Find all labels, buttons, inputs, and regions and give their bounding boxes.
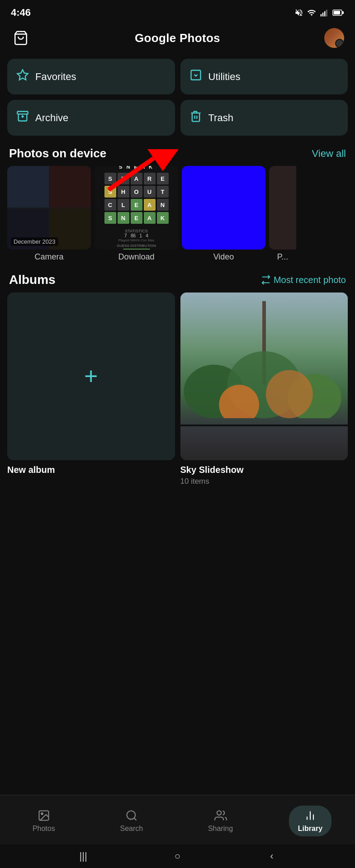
sharing-nav-icon [214,809,227,822]
status-bar: 4:46 [0,0,355,24]
photos-on-device-header: Photos on device View all [0,143,355,166]
view-all-button[interactable]: View all [312,148,346,160]
new-album-thumb: + [7,292,175,460]
svg-rect-9 [191,71,200,80]
camera-date: December 2023 [11,237,58,246]
trash-icon [189,110,202,126]
archive-icon [16,110,29,126]
camera-label: Camera [34,252,63,262]
home-button[interactable]: ○ [168,847,186,865]
sort-icon [261,275,271,285]
favorites-label: Favorites [35,71,76,83]
sky-slideshow-thumb [180,292,348,460]
status-icons [294,8,344,17]
partial-label: P... [277,252,289,262]
nav-search-label: Search [120,825,143,833]
back-icon: ‹ [270,850,273,862]
search-nav-icon [125,809,138,822]
svg-rect-6 [342,11,344,14]
plus-icon: + [84,364,98,388]
new-album-name: New album [7,465,175,475]
nav-photos[interactable]: Photos [24,806,64,836]
video-album[interactable]: Video [182,166,265,262]
download-album[interactable]: S N E A K S T A R E S H O U T C [95,166,178,262]
sort-label: Most recent photo [274,275,346,285]
svg-line-24 [134,818,136,820]
quick-access-grid: Favorites Utilities Archive [0,55,355,143]
trees-overlay [180,351,348,418]
svg-rect-3 [326,9,327,16]
nav-photos-label: Photos [33,825,55,833]
back-button[interactable]: ‹ [263,847,281,865]
partial-album[interactable]: P... [269,166,296,262]
user-avatar[interactable] [324,28,344,48]
utilities-button[interactable]: Utilities [180,59,348,94]
wifi-icon [307,8,316,17]
wordle-title: S N E A K [119,166,154,170]
home-icon: ○ [175,850,180,862]
recents-button[interactable]: ||| [74,847,92,865]
sky-fence [180,425,348,426]
svg-point-22 [41,813,43,815]
star-icon [16,69,29,85]
utilities-icon [189,69,202,85]
trash-button[interactable]: Trash [180,100,348,136]
photos-on-device-title: Photos on device [9,146,106,160]
nav-library[interactable]: Library [289,806,331,836]
mute-icon [294,8,303,17]
svg-rect-10 [17,112,28,114]
shopping-bag-icon [13,30,28,46]
video-label: Video [213,252,234,262]
svg-rect-1 [322,13,324,16]
sky-slideshow-count: 10 items [180,477,348,486]
photos-row: December 2023 Camera S N E A K S T A R E… [0,166,355,265]
albums-grid: + New album Sky Slideshow 10 items [0,292,355,497]
download-label: Download [118,252,154,262]
sort-button[interactable]: Most recent photo [261,275,346,285]
nav-sharing[interactable]: Sharing [199,806,242,836]
title-photos: Photos [176,31,220,45]
status-time: 4:46 [11,7,31,19]
albums-section-header: Albums Most recent photo [0,265,355,292]
header: Google Photos [0,24,355,55]
favorites-button[interactable]: Favorites [7,59,175,94]
camera-album[interactable]: December 2023 Camera [7,166,91,262]
signal-icon [320,8,329,17]
library-nav-icon [304,809,317,822]
system-nav: ||| ○ ‹ [0,844,355,868]
utilities-label: Utilities [208,71,241,83]
download-thumb: S N E A K S T A R E S H O U T C [95,166,178,250]
albums-title: Albums [9,273,56,287]
svg-rect-0 [321,14,322,16]
sky-slideshow-name: Sky Slideshow [180,465,348,475]
wordle-board: S N E A K S T A R E S H O U T C [95,166,178,250]
new-album-item[interactable]: + New album [7,292,175,486]
sky-slideshow-item[interactable]: Sky Slideshow 10 items [180,292,348,486]
svg-point-25 [217,811,221,815]
trash-label: Trash [208,112,233,124]
video-thumb [182,166,265,250]
nav-search[interactable]: Search [111,806,152,836]
shopping-bag-button[interactable] [11,28,31,48]
recents-icon: ||| [80,850,87,862]
bottom-nav: Photos Search Sharing Library [0,795,355,844]
camera-thumb: December 2023 [7,166,91,250]
nav-library-label: Library [298,825,322,833]
archive-label: Archive [35,112,68,124]
app-title: Google Photos [135,31,220,45]
svg-marker-8 [17,70,28,80]
svg-point-20 [265,370,312,418]
nav-sharing-label: Sharing [208,825,233,833]
archive-button[interactable]: Archive [7,100,175,136]
photos-nav-icon [38,809,50,822]
battery-icon [332,9,344,16]
wordle-stats: STATISTICS 7 86 1 4 Played Win% Cur Max … [117,227,156,250]
title-google: Google [135,31,176,45]
svg-rect-2 [324,11,326,17]
svg-point-23 [127,811,135,819]
svg-rect-5 [334,11,340,14]
